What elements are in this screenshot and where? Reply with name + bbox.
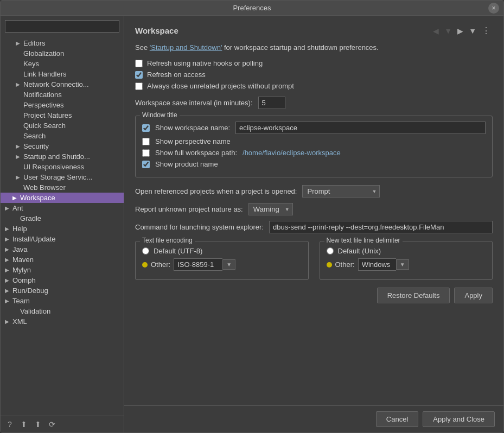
sidebar-item-label: Keys — [23, 60, 39, 68]
sidebar-item-user-storage[interactable]: ▶ User Storage Servic... — [1, 172, 124, 182]
sidebar-item-team[interactable]: ▶ Team — [1, 296, 124, 306]
sidebar-item-mylyn[interactable]: ▶ Mylyn — [1, 265, 124, 275]
nav-menu-button[interactable]: ⋮ — [480, 24, 493, 37]
sidebar-item-perspectives[interactable]: Perspectives — [1, 100, 124, 110]
sidebar-item-validation[interactable]: Validation — [1, 306, 124, 316]
cancel-button[interactable]: Cancel — [376, 411, 418, 427]
refresh-icon[interactable]: ⟳ — [47, 419, 57, 429]
apply-button[interactable]: Apply — [454, 288, 493, 303]
nav-forward-button[interactable]: ▶ — [455, 26, 465, 36]
sidebar-item-install-update[interactable]: ▶ Install/Update — [1, 234, 124, 244]
sidebar-item-run-debug[interactable]: ▶ Run/Debug — [1, 285, 124, 296]
startup-link[interactable]: 'Startup and Shutdown' — [150, 43, 222, 52]
sidebar-item-label: Workspace — [20, 194, 55, 202]
sidebar-item-keys[interactable]: Keys — [1, 59, 124, 69]
sidebar-search-input[interactable] — [5, 20, 119, 33]
sidebar-item-ui-responsiveness[interactable]: UI Responsiveness — [1, 162, 124, 172]
encoding-section: Text file encoding Default (UTF-8) Other… — [135, 241, 493, 280]
sidebar-item-label: Startup and Shutdo... — [23, 152, 90, 161]
expand-icon: ▶ — [5, 226, 12, 232]
show-perspective-label: Show perspective name — [155, 137, 231, 145]
show-product-checkbox[interactable] — [142, 161, 150, 168]
sidebar-item-search[interactable]: Search — [1, 131, 124, 141]
text-encoding-default-radio[interactable] — [142, 247, 149, 254]
save-interval-input[interactable]: 5 — [258, 97, 285, 109]
nav-dropdown-forward-button[interactable]: ▼ — [467, 26, 479, 36]
show-product-field: Show product name — [142, 160, 486, 168]
expand-icon: ▶ — [16, 81, 23, 87]
workspace-name-input[interactable] — [235, 122, 486, 134]
sidebar-item-help[interactable]: ▶ Help — [1, 224, 124, 234]
nav-back-button[interactable]: ◀ — [431, 26, 441, 36]
report-unknown-select[interactable]: Warning Error Ignore — [248, 203, 293, 215]
open-referenced-select[interactable]: Prompt Always Never Close if not related — [302, 185, 380, 198]
window-title-group-label: Window title — [140, 111, 180, 119]
sidebar-item-quick-search[interactable]: Quick Search — [1, 120, 124, 131]
line-delimiter-default-radio[interactable] — [327, 247, 334, 254]
expand-icon: ▶ — [5, 277, 12, 283]
dialog-footer: Cancel Apply and Close — [124, 405, 503, 432]
show-workspace-label: Show workspace name: — [155, 124, 230, 132]
refresh-access-checkbox[interactable] — [135, 71, 143, 79]
command-label: Command for launching system explorer: — [135, 223, 264, 231]
sidebar: ▶ Editors Globalization Keys Link Handle… — [1, 16, 124, 432]
line-delimiter-dropdown-btn[interactable]: ▼ — [396, 259, 409, 270]
sidebar-item-label: Gradle — [20, 214, 41, 222]
text-encoding-other-dropdown: ▼ — [174, 258, 235, 271]
always-close-label: Always close unrelated projects without … — [147, 82, 294, 90]
content-header: Workspace ◀ ▼ ▶ ▼ ⋮ — [135, 24, 493, 37]
command-input[interactable]: dbus-send --print-reply --dest=org.freed… — [269, 221, 493, 233]
always-close-checkbox[interactable] — [135, 82, 143, 90]
sidebar-item-workspace[interactable]: ▶ Workspace — [1, 193, 124, 203]
sidebar-item-globalization[interactable]: Globalization — [1, 48, 124, 59]
refresh-native-checkbox[interactable] — [135, 60, 143, 67]
preferences-dialog: Preferences × ▶ Editors Globalization — [0, 0, 504, 433]
sidebar-item-notifications[interactable]: Notifications — [1, 90, 124, 100]
restore-defaults-button[interactable]: Restore Defaults — [377, 288, 450, 303]
show-perspective-field: Show perspective name — [142, 137, 486, 145]
sidebar-item-link-handlers[interactable]: Link Handlers — [1, 69, 124, 79]
sidebar-item-startup[interactable]: ▶ Startup and Shutdo... — [1, 151, 124, 162]
show-perspective-checkbox[interactable] — [142, 138, 150, 145]
sidebar-item-label: Java — [12, 245, 27, 253]
show-workspace-checkbox[interactable] — [142, 124, 150, 132]
sidebar-item-network-connections[interactable]: ▶ Network Connectio... — [1, 79, 124, 90]
text-encoding-other-row: Other: ▼ — [142, 258, 302, 271]
help-icon[interactable]: ? — [5, 419, 15, 429]
report-unknown-row: Report unknown project nature as: Warnin… — [135, 203, 493, 215]
save-interval-label: Workspace save interval (in minutes): — [135, 99, 253, 107]
close-button[interactable]: × — [488, 3, 499, 14]
sidebar-item-ant[interactable]: ▶ Ant — [1, 203, 124, 213]
sidebar-footer: ? ⬆ ⬆ ⟳ — [1, 416, 124, 432]
nav-dropdown-back-button[interactable]: ▼ — [442, 26, 454, 36]
open-referenced-label: Open referenced projects when a project … — [135, 187, 297, 195]
line-delimiter-other-input[interactable] — [358, 258, 396, 271]
line-delimiter-other-dropdown: ▼ — [358, 258, 409, 271]
apply-and-close-button[interactable]: Apply and Close — [423, 411, 495, 427]
sidebar-item-label: Editors — [23, 39, 45, 47]
show-full-path-checkbox[interactable] — [142, 149, 150, 157]
sidebar-item-security[interactable]: ▶ Security — [1, 141, 124, 151]
sidebar-item-label: Network Connectio... — [23, 80, 89, 88]
text-encoding-other-input[interactable] — [174, 258, 222, 271]
sidebar-item-label: Link Handlers — [23, 70, 67, 78]
expand-icon: ▶ — [5, 205, 12, 211]
expand-icon: ▶ — [5, 298, 12, 304]
open-referenced-row: Open referenced projects when a project … — [135, 185, 493, 198]
text-encoding-dropdown-btn[interactable]: ▼ — [222, 259, 235, 270]
sidebar-item-web-browser[interactable]: Web Browser — [1, 182, 124, 193]
sidebar-item-editors[interactable]: ▶ Editors — [1, 38, 124, 48]
back-icon[interactable]: ⬆ — [19, 419, 29, 429]
sidebar-item-project-natures[interactable]: Project Natures — [1, 110, 124, 120]
sidebar-item-gradle[interactable]: Gradle — [1, 213, 124, 224]
sidebar-item-maven[interactable]: ▶ Maven — [1, 254, 124, 265]
sidebar-item-xml[interactable]: ▶ XML — [1, 316, 124, 327]
forward-icon[interactable]: ⬆ — [33, 419, 43, 429]
sidebar-item-label: Mylyn — [12, 266, 31, 274]
expand-icon: ▶ — [16, 154, 23, 160]
sidebar-item-java[interactable]: ▶ Java — [1, 244, 124, 254]
sidebar-item-oomph[interactable]: ▶ Oomph — [1, 275, 124, 285]
save-interval-field: Workspace save interval (in minutes): 5 — [135, 97, 493, 109]
content-nav: ◀ ▼ ▶ ▼ ⋮ — [431, 24, 493, 37]
checkbox-refresh-native: Refresh using native hooks or polling — [135, 59, 493, 67]
